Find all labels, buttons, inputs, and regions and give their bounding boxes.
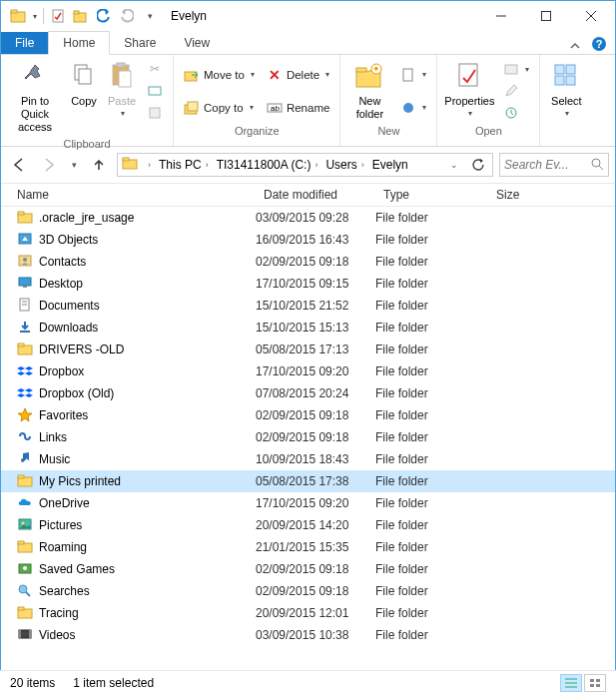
tab-view[interactable]: View xyxy=(170,32,224,54)
saved-icon xyxy=(17,561,33,577)
search-icon[interactable] xyxy=(590,157,604,174)
file-name: Dropbox (Old) xyxy=(39,386,114,400)
recent-locations-button[interactable]: ▾ xyxy=(67,153,81,177)
paste-shortcut-icon xyxy=(147,105,163,121)
tab-home[interactable]: Home xyxy=(48,31,110,55)
links-icon xyxy=(17,429,33,445)
svg-point-61 xyxy=(19,585,27,593)
app-folder-icon[interactable] xyxy=(7,5,29,27)
file-row[interactable]: Dropbox (Old)07/08/2015 20:24File folder xyxy=(1,382,615,404)
svg-rect-52 xyxy=(18,344,24,347)
paste-button: Paste ▾ xyxy=(103,58,141,121)
refresh-button[interactable] xyxy=(466,153,490,177)
undo-icon[interactable] xyxy=(93,5,115,27)
copy-button[interactable]: Copy xyxy=(65,58,103,110)
col-date[interactable]: Date modified xyxy=(256,184,375,206)
help-icon[interactable]: ? xyxy=(589,34,609,54)
breadcrumb-box[interactable]: › This PC› TI31411800A (C:)› Users› Evel… xyxy=(117,153,493,177)
crumb-users[interactable]: Users› xyxy=(321,158,367,172)
group-new: ✦ New folder ▾ ▾ New xyxy=(340,55,437,146)
file-type: File folder xyxy=(375,233,488,247)
file-row[interactable]: Videos03/09/2015 10:38File folder xyxy=(1,624,615,646)
svg-rect-15 xyxy=(119,71,131,87)
group-clipboard-label: Clipboard xyxy=(1,137,173,152)
tab-share[interactable]: Share xyxy=(110,32,170,54)
file-row[interactable]: Searches02/09/2015 09:18File folder xyxy=(1,580,615,602)
history-button[interactable] xyxy=(499,102,533,124)
properties-icon[interactable] xyxy=(47,5,69,27)
file-row[interactable]: Favorites02/09/2015 09:18File folder xyxy=(1,404,615,426)
qat-customize-icon[interactable]: ▾ xyxy=(139,5,161,27)
file-row[interactable]: Contacts02/09/2015 09:18File folder xyxy=(1,251,615,273)
tab-file[interactable]: File xyxy=(1,32,48,54)
folder-icon xyxy=(122,156,140,174)
file-row[interactable]: My Pics printed05/08/2015 17:38File fold… xyxy=(1,470,615,492)
svg-rect-18 xyxy=(185,72,197,81)
file-row[interactable]: 3D Objects16/09/2015 16:43File folder xyxy=(1,229,615,251)
delete-button[interactable]: ✕Delete▾ xyxy=(263,64,333,86)
crumb-evelyn[interactable]: Evelyn xyxy=(368,158,412,172)
minimize-button[interactable] xyxy=(478,2,523,30)
select-label: Select xyxy=(551,95,582,108)
file-row[interactable]: Dropbox17/10/2015 09:20File folder xyxy=(1,360,615,382)
svg-rect-58 xyxy=(18,541,24,544)
file-date: 02/09/2015 09:18 xyxy=(256,430,375,444)
col-size[interactable]: Size xyxy=(488,184,615,206)
svg-rect-20 xyxy=(188,102,198,111)
copy-to-button[interactable]: Copy to▾ xyxy=(180,97,259,119)
onedrive-icon xyxy=(17,495,33,511)
file-row[interactable]: Saved Games02/09/2015 09:18File folder xyxy=(1,558,615,580)
svg-point-56 xyxy=(22,522,25,525)
rename-button[interactable]: abRename xyxy=(263,97,333,119)
search-box[interactable] xyxy=(499,153,609,177)
back-button[interactable] xyxy=(7,153,31,177)
file-row[interactable]: DRIVERS -OLD05/08/2015 17:13File folder xyxy=(1,339,615,360)
file-type: File folder xyxy=(375,321,488,335)
move-to-button[interactable]: Move to▾ xyxy=(180,64,259,86)
crumb-caret[interactable]: › xyxy=(142,160,155,170)
view-large-button[interactable] xyxy=(584,674,606,692)
select-button[interactable]: Select ▾ xyxy=(544,58,588,121)
pin-label: Pin to Quick access xyxy=(7,95,63,135)
copy-path-button[interactable] xyxy=(143,80,167,102)
crumb-this-pc[interactable]: This PC› xyxy=(155,158,213,172)
qat-dropdown-icon[interactable]: ▾ xyxy=(30,5,40,27)
file-row[interactable]: Pictures20/09/2015 14:20File folder xyxy=(1,514,615,536)
file-row[interactable]: Desktop17/10/2015 09:15File folder xyxy=(1,273,615,295)
crumb-drive[interactable]: TI31411800A (C:)› xyxy=(213,158,322,172)
copy-path-icon xyxy=(147,83,163,99)
file-row[interactable]: Roaming21/01/2015 15:35File folder xyxy=(1,536,615,558)
pin-quick-access-button[interactable]: Pin to Quick access xyxy=(5,58,65,137)
properties-button[interactable]: Properties ▾ xyxy=(441,58,497,121)
col-type[interactable]: Type xyxy=(375,184,488,206)
new-folder-button[interactable]: ✦ New folder xyxy=(344,58,394,123)
file-date: 02/09/2015 09:18 xyxy=(256,562,375,576)
collapse-ribbon-icon[interactable] xyxy=(569,40,583,54)
file-type: File folder xyxy=(375,496,488,510)
new-folder-icon[interactable] xyxy=(70,5,92,27)
file-name: Links xyxy=(39,430,67,444)
svg-rect-29 xyxy=(459,64,477,86)
up-button[interactable] xyxy=(87,153,111,177)
new-item-button[interactable]: ▾ xyxy=(396,64,430,86)
open-button: ▾ xyxy=(499,58,533,80)
file-row[interactable]: .oracle_jre_usage03/09/2015 09:28File fo… xyxy=(1,207,615,229)
file-row[interactable]: Documents15/10/2015 21:52File folder xyxy=(1,295,615,317)
search-input[interactable] xyxy=(504,158,574,172)
file-row[interactable]: Tracing20/09/2015 12:01File folder xyxy=(1,602,615,624)
file-row[interactable]: Music10/09/2015 18:43File folder xyxy=(1,448,615,470)
file-row[interactable]: OneDrive17/10/2015 09:20File folder xyxy=(1,492,615,514)
view-details-button[interactable] xyxy=(560,674,582,692)
col-name[interactable]: Name xyxy=(1,184,256,206)
easy-access-button[interactable]: ▾ xyxy=(396,97,430,119)
file-row[interactable]: Downloads15/10/2015 15:13File folder xyxy=(1,317,615,339)
file-date: 05/08/2015 17:13 xyxy=(256,343,375,356)
address-dropdown-icon[interactable]: ⌄ xyxy=(442,153,466,177)
move-to-icon xyxy=(184,67,200,83)
new-folder-icon: ✦ xyxy=(353,60,385,92)
svg-rect-34 xyxy=(555,76,564,85)
file-row[interactable]: Links02/09/2015 09:18File folder xyxy=(1,426,615,448)
maximize-button[interactable] xyxy=(523,2,568,30)
close-button[interactable] xyxy=(568,2,613,30)
copy-to-label: Copy to xyxy=(204,102,244,114)
